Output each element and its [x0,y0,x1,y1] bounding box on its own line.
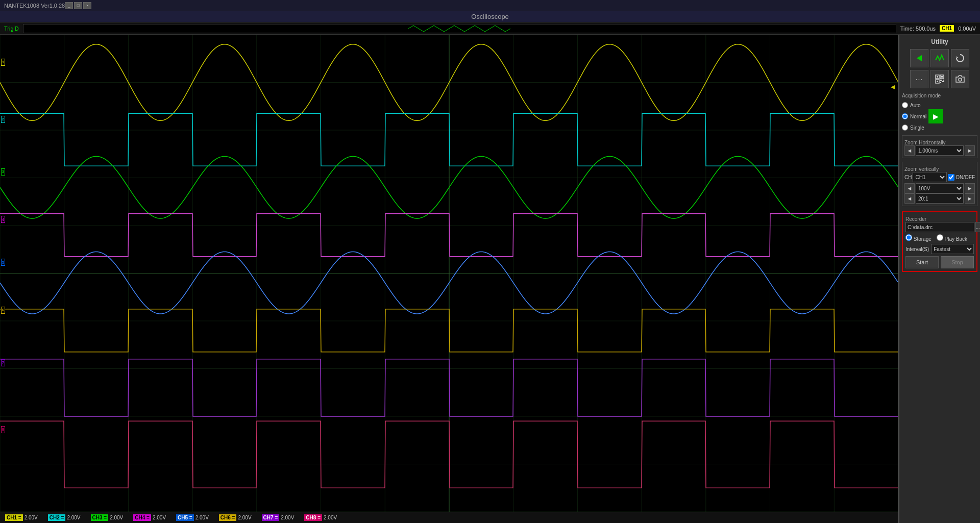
oscilloscope-title: Oscilloscope [471,13,509,20]
acquisition-mode-group: Auto Normal ▶ Single [902,101,977,132]
ch5-value: 2.00V [195,515,209,520]
ch8-label: CH8 = [304,514,322,521]
storage-radio[interactable] [905,234,912,241]
interval-row: Interval(S) Fastest 1s 5s 10s [905,244,974,254]
storage-radio-label: Storage [905,234,932,242]
trig-status: Trig'D [4,26,19,32]
zoom-v-section: Zoom vertically CH CH1 CH2 CH3 CH4 CH5 C… [902,162,977,206]
app-title: NANTEK1008 Ver1.0.28 [4,3,65,9]
play-button[interactable]: ▶ [928,109,943,123]
ch4-value: 2.00V [153,515,166,520]
right-ch-marker: ◄ [889,83,896,91]
title-bar: NANTEK1008 Ver1.0.28 _ □ × [0,0,980,11]
recorder-section: Recorder ... Storage Play Back Interval(… [902,211,977,272]
acq-auto-label: Auto [910,103,921,108]
ch1-value: 2.00V [24,515,38,520]
ch-indicator: CH1 [940,25,954,32]
ch7-label: CH7 = [262,514,280,521]
ch-info-bar: CH1 = 2.00V CH2 = 2.00V CH3 = 2.00V CH4 … [0,512,898,523]
zoom-h-label: Zoom Horizontally [904,140,975,145]
bottom-icon-row: ··· [902,70,977,88]
zoom-v-ratio-right-btn[interactable]: ► [965,193,975,204]
ch2-value: 2.00V [67,515,80,520]
ch1-label: CH1 = [5,514,23,521]
voltage-display: 0.00uV [958,26,976,32]
oscilloscope-title-bar: Oscilloscope [0,11,980,22]
playback-radio-label: Play Back [937,234,967,242]
zoom-h-left-btn[interactable]: ◄ [904,145,915,156]
browse-btn[interactable]: ... [975,222,980,232]
acq-normal-radio[interactable] [902,113,908,119]
recorder-path-input[interactable] [905,222,974,232]
qr-btn[interactable] [930,70,949,88]
acq-single-radio[interactable] [902,124,908,131]
refresh-btn[interactable] [951,49,969,67]
svg-rect-3 [937,76,938,78]
back-btn[interactable] [910,49,928,67]
ch6-info: CH6 = 2.00V [219,514,252,521]
top-icon-row [902,49,977,67]
zoom-h-row: ◄ 1.000ms 500us 200us 100us ► [904,145,975,156]
ch7-value: 2.00V [281,515,294,520]
zoom-v-ch-row: CH CH1 CH2 CH3 CH4 CH5 CH6 CH7 CH8 ON/OF… [904,172,975,182]
osc-screen[interactable]: 1 2 3 4 5 6 7 8 ◄ [0,35,898,512]
zoom-h-right-btn[interactable]: ► [965,145,975,156]
mini-waveform [23,24,896,33]
svg-rect-11 [940,82,941,83]
start-btn[interactable]: Start [905,256,939,268]
window-controls: _ □ × [65,2,91,9]
interval-select[interactable]: Fastest 1s 5s 10s [931,244,974,254]
dots-btn[interactable]: ··· [910,70,928,88]
ch6-label: CH6 = [219,514,237,521]
svg-rect-9 [943,80,944,81]
ch-text: CH [904,175,912,180]
ch4-info: CH4 = 2.00V [133,514,166,521]
acq-auto: Auto [902,102,977,108]
ch5-label: CH5 = [176,514,194,521]
camera-btn[interactable] [951,70,969,88]
svg-marker-1 [957,56,959,58]
svg-point-12 [959,78,962,81]
ch3-info: CH3 = 2.00V [91,514,124,521]
storage-label: Storage [914,236,932,242]
ch4-label: CH4 = [133,514,151,521]
stop-btn[interactable]: Stop [941,256,974,268]
playback-radio[interactable] [937,234,943,241]
main-layout: 1 2 3 4 5 6 7 8 ◄ CH1 = 2.00V CH2 = 2.00… [0,35,980,523]
zoom-v-ratio-left-btn[interactable]: ◄ [904,193,915,204]
zoom-v-v-left-btn[interactable]: ◄ [904,183,915,193]
ch1-info: CH1 = 2.00V [5,514,38,521]
ch2-info: CH2 = 2.00V [48,514,81,521]
zoom-v-ratio-row: ◄ 20:1 10:1 1:1 ► [904,193,975,204]
acq-normal-row: Normal ▶ [902,109,977,123]
utility-title: Utility [902,37,977,46]
svg-rect-8 [940,80,942,81]
zoom-v-ch-select[interactable]: CH1 CH2 CH3 CH4 CH5 CH6 CH7 CH8 [913,172,947,182]
recorder-radio-row: Storage Play Back [905,234,974,242]
time-display: Time: 500.0us [900,26,936,32]
acq-single-label: Single [910,125,924,131]
close-btn[interactable]: × [83,2,91,9]
acq-normal-label: Normal [910,114,926,119]
recorder-path-row: ... [905,222,974,232]
zoom-v-v-right-btn[interactable]: ► [965,183,975,193]
acq-auto-radio[interactable] [902,102,908,108]
ch5-info: CH5 = 2.00V [176,514,209,521]
ch3-label: CH3 = [91,514,109,521]
svg-rect-5 [941,76,943,78]
zoom-v-v-select[interactable]: 100V 50V 20V 10V 5V 2V 1V [916,183,964,193]
ch2-label: CH2 = [48,514,66,521]
osc-screen-container: 1 2 3 4 5 6 7 8 ◄ CH1 = 2.00V CH2 = 2.00… [0,35,898,523]
svg-marker-0 [917,55,922,61]
svg-rect-7 [937,81,938,82]
ch8-value: 2.00V [324,515,337,520]
zoom-h-select[interactable]: 1.000ms 500us 200us 100us [916,145,964,156]
minimize-btn[interactable]: _ [65,2,73,9]
zoom-v-ratio-select[interactable]: 20:1 10:1 1:1 [916,193,964,204]
onoff-checkbox[interactable] [948,174,954,181]
zoom-h-section: Zoom Horizontally ◄ 1.000ms 500us 200us … [902,135,977,158]
signal-btn[interactable] [930,49,949,67]
ch7-info: CH7 = 2.00V [262,514,295,521]
maximize-btn[interactable]: □ [74,2,82,9]
waveform-canvas [0,35,898,512]
